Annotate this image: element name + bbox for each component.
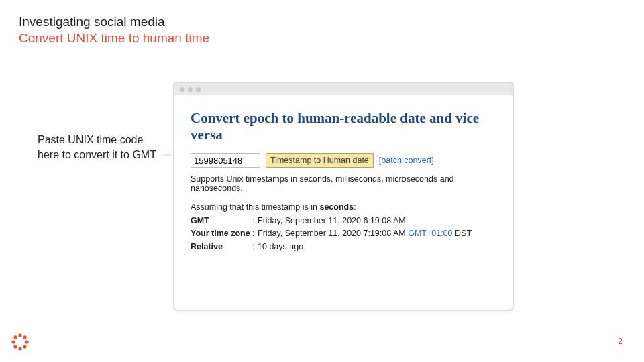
slide-title-block: Investigating social media Convert UNIX … [19, 15, 209, 46]
window-titlebar [174, 83, 513, 95]
svg-point-9 [11, 340, 15, 343]
slide-subtitle: Convert UNIX time to human time [19, 31, 209, 46]
result-value-relative: 10 days ago [258, 241, 303, 253]
svg-point-10 [13, 335, 17, 339]
assuming-prefix: Assuming that this timestamp is in [191, 202, 319, 212]
panel-heading: Convert epoch to human-readable date and… [191, 110, 496, 143]
result-label: GMT [191, 215, 252, 227]
result-label: Relative [191, 241, 252, 253]
result-label: Your time zone [191, 227, 252, 240]
result-row-yourtz: Your time zone : Friday, September 11, 2… [191, 227, 496, 240]
epoch-input[interactable] [191, 153, 260, 168]
assuming-line: Assuming that this timestamp is in secon… [191, 202, 496, 212]
svg-point-6 [23, 345, 26, 348]
assuming-suffix: : [354, 202, 356, 212]
timezone-link[interactable]: GMT+01:00 [408, 229, 452, 238]
supports-text: Supports Unix timestamps in seconds, mil… [191, 174, 496, 193]
svg-point-3 [18, 333, 21, 337]
svg-point-5 [25, 340, 28, 343]
svg-point-2 [18, 340, 22, 344]
result-value-yourtz: Friday, September 11, 2020 7:19:08 AM GM… [258, 227, 472, 240]
traffic-dot-icon [196, 87, 201, 92]
colon: : [252, 227, 258, 240]
page-number: 2 [618, 337, 623, 346]
assuming-unit: seconds [319, 202, 354, 212]
svg-point-8 [13, 345, 17, 348]
callout-text: Paste UNIX time code here to convert it … [38, 133, 158, 162]
logo-icon [11, 333, 30, 351]
timestamp-to-human-button[interactable]: Timestamp to Human date [266, 153, 374, 168]
window-body: Convert epoch to human-readable date and… [174, 95, 513, 264]
result-value-gmt: Friday, September 11, 2020 6:19:08 AM [258, 215, 406, 227]
batch-convert-link[interactable]: [batch convert] [379, 156, 434, 165]
slide-title: Investigating social media [19, 15, 209, 29]
convert-row: Timestamp to Human date [batch convert] [191, 153, 496, 168]
svg-point-7 [18, 347, 21, 350]
result-row-gmt: GMT : Friday, September 11, 2020 6:19:08… [191, 215, 496, 227]
colon: : [252, 241, 258, 253]
svg-marker-1 [170, 154, 171, 156]
result-row-relative: Relative : 10 days ago [191, 241, 496, 253]
traffic-dot-icon [180, 87, 184, 92]
colon: : [252, 215, 258, 227]
traffic-dot-icon [188, 87, 193, 92]
svg-point-4 [23, 335, 26, 339]
browser-window: Convert epoch to human-readable date and… [173, 82, 514, 311]
result-table: GMT : Friday, September 11, 2020 6:19:08… [191, 215, 496, 253]
